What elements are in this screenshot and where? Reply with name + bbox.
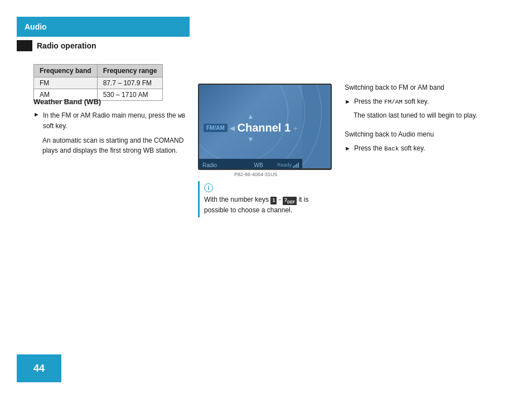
screen-main: ▲ FM/AM ◀ Channel 1 + ▼ Radio WB Ready — [199, 85, 302, 170]
frequency-table: Frequency band Frequency range FM 87.7 –… — [33, 64, 163, 101]
key-7: 7DEF — [283, 197, 297, 205]
channel-row: FM/AM ◀ Channel 1 + — [199, 121, 302, 134]
ready-text: Ready — [277, 162, 292, 168]
wb-continuation-text: An automatic scan is starting and the CO… — [42, 137, 183, 154]
wb-title: Weather Band (WB) — [33, 98, 190, 106]
bullet-fm-am-text: Press the FM/AM soft key. — [354, 96, 429, 107]
screen-bottom-bar: Radio WB Ready — [199, 159, 302, 170]
subheader-title: Radio operation — [37, 41, 96, 50]
down-arrow-icon: ▼ — [248, 135, 254, 143]
info-text: With the number keys 1 - 7DEF it is poss… — [204, 194, 332, 215]
info-content: i With the number keys 1 - 7DEF it is po… — [204, 181, 332, 217]
fm-am-button[interactable]: FM/AM — [204, 124, 228, 132]
up-arrow-icon: ▲ — [248, 113, 254, 120]
channel-display: Channel 1 — [237, 121, 291, 134]
signal-bars — [293, 162, 299, 168]
col-frequency-band: Frequency band — [34, 65, 98, 77]
wb-bullet-text: In the FM or AM Radio main menu, press t… — [43, 110, 190, 131]
fm-am-softkey: FM/AM — [384, 99, 403, 105]
band-fm: FM — [34, 77, 98, 89]
left-arrow-icon: ◀ — [230, 124, 235, 132]
bullet-arrow-2: ► — [345, 144, 351, 154]
wb-code: WB — [178, 113, 185, 119]
key-1: 1 — [270, 197, 277, 205]
section-fm-am: Switching back to FM or AM band ► Press … — [345, 82, 518, 120]
subheader: Radio operation — [17, 40, 96, 51]
screen-status: Ready — [277, 162, 299, 168]
range-fm: 87.7 – 107.9 FM — [97, 77, 163, 89]
section-fm-am-heading: Switching back to FM or AM band — [345, 82, 518, 93]
info-border — [198, 181, 200, 217]
subheader-bar — [17, 40, 32, 51]
continuation-fm-am: The station last tuned to will begin to … — [354, 110, 518, 120]
screen-content: ▲ FM/AM ◀ Channel 1 + ▼ — [199, 113, 302, 143]
right-buttons-panel: Bass Treble Balance Sound Back — [300, 168, 331, 170]
signal-bar-1 — [293, 166, 294, 168]
wb-continuation: An automatic scan is starting and the CO… — [33, 135, 190, 155]
bullet-arrow: ► — [33, 111, 40, 118]
wb-bullet-1: ► In the FM or AM Radio main menu, press… — [33, 110, 190, 131]
screen-wb-label: WB — [240, 162, 277, 168]
bullet-arrow-1: ► — [345, 97, 351, 107]
header-title: Audio — [25, 22, 47, 31]
table-row: FM 87.7 – 107.9 FM — [34, 77, 163, 89]
info-icon: i — [204, 183, 213, 192]
part-number: P82-86-4064-31US — [234, 172, 278, 177]
weather-band-section: Weather Band (WB) ► In the FM or AM Radi… — [33, 98, 190, 155]
device-screen: ▲ FM/AM ◀ Channel 1 + ▼ Radio WB Ready — [198, 84, 332, 170]
info-box: i With the number keys 1 - 7DEF it is po… — [198, 181, 332, 217]
signal-bar-3 — [296, 164, 297, 168]
signal-bar-2 — [294, 165, 296, 168]
header-bar: Audio — [17, 17, 190, 37]
page-number-box: 44 — [17, 354, 61, 382]
bullet-back: ► Press the Back soft key. — [345, 143, 518, 154]
page-number: 44 — [33, 363, 45, 374]
screen-radio-label: Radio — [202, 162, 240, 168]
section-audio-menu: Switching back to Audio menu ► Press the… — [345, 129, 518, 154]
col-frequency-range: Frequency range — [97, 65, 163, 77]
plus-sign: + — [293, 124, 298, 133]
bullet-back-text: Press the Back soft key. — [354, 143, 425, 154]
signal-bar-4 — [298, 163, 299, 168]
bullet-fm-am: ► Press the FM/AM soft key. — [345, 96, 518, 107]
back-softkey: Back — [384, 145, 399, 152]
section-audio-menu-heading: Switching back to Audio menu — [345, 129, 518, 140]
right-column: Switching back to FM or AM band ► Press … — [345, 82, 518, 163]
